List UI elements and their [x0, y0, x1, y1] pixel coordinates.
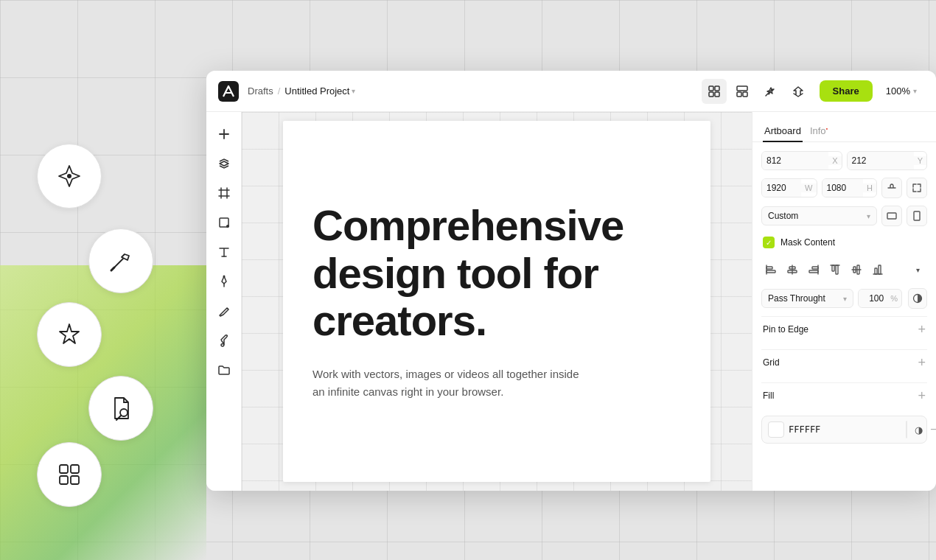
tab-info[interactable]: Info• — [808, 121, 830, 142]
right-panel: Artboard Info• X Y — [752, 112, 936, 491]
align-left-button[interactable] — [761, 260, 780, 279]
landscape-icon — [887, 211, 897, 221]
zoom-chevron-icon: ▾ — [913, 87, 917, 95]
layers-tool-button[interactable] — [211, 150, 237, 177]
pin-to-edge-label: Pin to Edge — [763, 324, 808, 335]
info-dot: • — [826, 125, 828, 132]
expand-icon — [912, 183, 922, 193]
x-position-input[interactable] — [762, 152, 828, 169]
preset-dropdown[interactable]: Custom ▾ — [761, 206, 877, 225]
fill-swatch[interactable] — [768, 421, 784, 438]
blend-row: Pass Throught ▾ % — [761, 288, 927, 309]
app-logo — [218, 81, 239, 102]
svg-rect-24 — [832, 265, 834, 271]
dropper-tool-button[interactable] — [211, 327, 237, 354]
align-bottom-button[interactable] — [868, 260, 887, 279]
lock-icon — [887, 183, 897, 193]
opacity-group: % — [858, 289, 902, 308]
float-windows-circle — [37, 442, 102, 507]
opacity-icon-button[interactable] — [908, 288, 927, 309]
pin-to-edge-add-button[interactable]: + — [918, 323, 926, 336]
svg-rect-7 — [715, 86, 719, 91]
canvas-area[interactable]: Comprehensive design tool for creators. … — [242, 112, 752, 491]
dropper-icon — [217, 334, 231, 347]
text-tool-button[interactable] — [211, 239, 237, 265]
portrait-button[interactable] — [907, 206, 927, 226]
layers-icon — [217, 157, 231, 170]
fill-value-container: % ◑ − — [761, 416, 927, 444]
y-label: Y — [914, 156, 926, 165]
add-tool-button[interactable] — [211, 121, 237, 147]
align-top-icon — [829, 264, 841, 276]
grid-icon — [708, 85, 721, 98]
anchor-icon — [792, 85, 805, 98]
svg-rect-19 — [766, 270, 775, 273]
mask-content-row: ✓ Mask Content — [761, 234, 927, 251]
star-icon — [56, 321, 83, 348]
grid-view-button[interactable] — [702, 79, 727, 104]
svg-rect-17 — [914, 211, 920, 220]
panel-tabs: Artboard Info• — [752, 112, 936, 142]
float-hammer-circle — [88, 228, 153, 293]
svg-rect-4 — [60, 476, 68, 484]
lock-aspect-button[interactable] — [881, 178, 902, 198]
share-button[interactable]: Share — [820, 80, 873, 102]
fill-blending-icon[interactable]: ◑ — [915, 424, 923, 435]
x-label: X — [828, 156, 841, 165]
width-input[interactable] — [762, 179, 801, 197]
fill-opacity-group: % — [906, 421, 907, 438]
pen-tool-button[interactable] — [211, 268, 237, 295]
preset-row: Custom ▾ — [761, 206, 927, 226]
fill-remove-button[interactable]: − — [930, 423, 936, 436]
expand-button[interactable] — [907, 178, 927, 198]
svg-rect-11 — [737, 92, 741, 97]
pencil-icon — [217, 304, 231, 318]
folder-tool-button[interactable] — [211, 357, 237, 383]
panel-content: X Y W H — [752, 142, 936, 491]
tab-artboard[interactable]: Artboard — [763, 121, 803, 142]
grid-add-button[interactable]: + — [918, 356, 926, 369]
svg-rect-5 — [71, 476, 79, 484]
float-pen-circle — [37, 144, 102, 209]
artboard: Comprehensive design tool for creators. … — [283, 121, 710, 482]
align-right-button[interactable] — [804, 260, 823, 279]
fill-add-button[interactable]: + — [918, 389, 926, 402]
magic-wand-button[interactable] — [758, 79, 783, 104]
fill-row: % ◑ − — [768, 421, 921, 438]
w-label: W — [801, 183, 816, 192]
artboard-subtitle: Work with vectors, images or videos all … — [312, 365, 593, 401]
layout-view-button[interactable] — [730, 79, 755, 104]
align-center-h-button[interactable] — [783, 260, 802, 279]
shape-tool-button[interactable] — [211, 209, 237, 236]
align-bottom-icon — [872, 264, 884, 276]
opacity-input[interactable] — [859, 290, 887, 307]
svg-rect-6 — [709, 86, 713, 91]
align-top-button[interactable] — [825, 260, 845, 279]
blend-mode-dropdown[interactable]: Pass Throught ▾ — [761, 289, 853, 308]
y-position-input[interactable] — [848, 152, 914, 169]
pen-tool-icon — [217, 275, 231, 288]
breadcrumb-project[interactable]: Untitled Project ▾ — [284, 85, 355, 97]
position-row: X Y — [761, 151, 927, 170]
align-middle-v-button[interactable] — [847, 260, 866, 279]
svg-rect-23 — [809, 270, 818, 273]
height-input[interactable] — [823, 179, 864, 197]
zoom-control[interactable]: 100% ▾ — [879, 81, 924, 101]
anchor-button[interactable] — [786, 79, 811, 104]
mask-checkbox[interactable]: ✓ — [763, 237, 775, 248]
frame-tool-button[interactable] — [211, 180, 237, 206]
fill-hex-input[interactable] — [789, 424, 901, 435]
landscape-button[interactable] — [881, 206, 902, 226]
breadcrumb: Drafts / Untitled Project ▾ — [248, 85, 693, 97]
align-right-icon — [808, 264, 820, 276]
svg-rect-12 — [743, 92, 747, 97]
svg-point-15 — [223, 276, 225, 278]
fill-opacity-input[interactable] — [907, 421, 907, 438]
folder-icon — [217, 363, 231, 377]
svg-point-0 — [67, 174, 71, 178]
pencil-tool-button[interactable] — [211, 298, 237, 324]
svg-rect-8 — [709, 92, 713, 97]
more-align-button[interactable]: ▾ — [908, 260, 927, 279]
hammer-icon — [107, 247, 135, 275]
breadcrumb-drafts[interactable]: Drafts — [248, 85, 273, 97]
